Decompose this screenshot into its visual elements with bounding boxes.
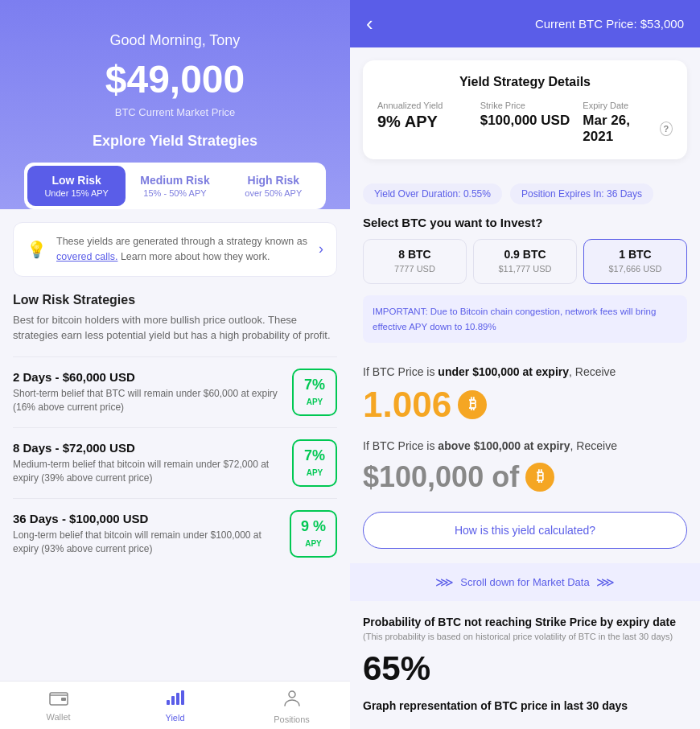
arrow-right-icon[interactable]: ›: [319, 241, 323, 257]
svg-rect-2: [167, 700, 170, 705]
svg-rect-1: [61, 698, 66, 701]
lightbulb-icon: 💡: [27, 240, 47, 259]
invest-title: Select BTC you want to Invest?: [363, 216, 687, 229]
apy-label-0: APY: [307, 397, 323, 406]
strategy-item-2[interactable]: 36 Days - $100,000 USD Long-term belief …: [13, 498, 337, 569]
btc-option-0[interactable]: 8 BTC 7777 USD: [363, 239, 467, 284]
greeting: Good Morning, Tony: [16, 32, 334, 49]
bottom-nav: Wallet Yield Positions: [0, 681, 350, 729]
apy-value-1: 7%: [303, 447, 326, 464]
btc-option-2[interactable]: 1 BTC $17,666 USD: [583, 239, 687, 284]
probability-value: 65%: [363, 649, 687, 688]
btc-logo-icon-1: ₿: [458, 390, 487, 419]
how-calculated-button[interactable]: How is this yield calculated?: [363, 512, 687, 549]
right-header: ‹ Current BTC Price: $53,000: [350, 0, 700, 47]
left-header: Good Morning, Tony $49,000 BTC Current M…: [0, 0, 350, 209]
risk-tab-medium[interactable]: Medium Risk 15% - 50% APY: [126, 166, 224, 206]
btc-price: $49,000: [16, 57, 334, 101]
receive-text-2: If BTC Price is above $100,000 at expiry…: [363, 439, 687, 452]
metric-value-0: 9% APY: [377, 113, 467, 131]
current-price: Current BTC Price: $53,000: [535, 17, 684, 31]
graph-title: Graph representation of BTC price in las…: [363, 699, 687, 712]
strategy-desc-1: Medium-term belief that bitcoin will rem…: [13, 458, 282, 485]
svg-point-6: [289, 691, 295, 698]
right-panel: ‹ Current BTC Price: $53,000 Yield Strat…: [350, 0, 700, 729]
metric-annualized-yield: Annualized Yield 9% APY: [377, 101, 467, 145]
strategy-info-1: 8 Days - $72,000 USD Medium-term belief …: [13, 441, 282, 485]
left-panel: Good Morning, Tony $49,000 BTC Current M…: [0, 0, 350, 729]
probability-sub: (This probability is based on historical…: [363, 632, 687, 641]
explore-title: Explore Yield Strategies: [16, 133, 334, 150]
btc-logo-icon-2: ₿: [525, 463, 554, 492]
important-text: IMPORTANT: Due to Bitcoin chain congesti…: [373, 307, 656, 332]
btc-amount-2: 1 BTC: [591, 248, 680, 261]
btc-label: BTC Current Market Price: [16, 106, 334, 118]
yield-metrics: Annualized Yield 9% APY Strike Price $10…: [377, 101, 673, 145]
nav-wallet[interactable]: Wallet: [0, 690, 117, 724]
btc-amount-0: 8 BTC: [370, 248, 459, 261]
svg-rect-4: [176, 693, 179, 705]
risk-tab-high[interactable]: High Risk over 50% APY: [224, 166, 323, 206]
important-box: IMPORTANT: Due to Bitcoin chain congesti…: [363, 295, 687, 343]
yield-card-title: Yield Strategy Details: [377, 75, 673, 89]
btc-usd-2: $17,666 USD: [608, 264, 661, 274]
strategies-desc: Best for bitcoin holders with more bulli…: [13, 312, 337, 344]
nav-yield-label: Yield: [117, 713, 233, 723]
receive-text-1: If BTC Price is under $100,000 at expiry…: [363, 365, 687, 378]
strategy-item-1[interactable]: 8 Days - $72,000 USD Medium-term belief …: [13, 427, 337, 498]
metric-expiry-date: Expiry Date Mar 26, 2021 ?: [583, 101, 673, 145]
receive-amount-2: $100,000 of ₿: [363, 460, 687, 494]
strategy-desc-2: Long-term belief that bitcoin will remai…: [13, 529, 280, 556]
probability-section: Probability of BTC not reaching Strike P…: [350, 616, 700, 725]
strategy-title-0: 2 Days - $60,000 USD: [13, 370, 282, 384]
receive-amount-1: 1.006 ₿: [363, 385, 687, 425]
metric-strike-price: Strike Price $100,000 USD: [480, 101, 570, 145]
risk-tabs: Low Risk Under 15% APY Medium Risk 15% -…: [24, 163, 326, 209]
probability-title: Probability of BTC not reaching Strike P…: [363, 616, 687, 628]
strategies-title: Low Risk Strategies: [13, 293, 337, 307]
risk-tab-low[interactable]: Low Risk Under 15% APY: [27, 166, 126, 206]
nav-positions-label: Positions: [233, 715, 350, 724]
strategy-title-1: 8 Days - $72,000 USD: [13, 441, 282, 455]
strategy-title-2: 36 Days - $100,000 USD: [13, 512, 280, 525]
metric-value-2: Mar 26, 2021 ?: [583, 113, 673, 145]
info-icon-circle[interactable]: ?: [660, 122, 673, 136]
apy-label-2: APY: [305, 539, 322, 548]
btc-usd-0: 7777 USD: [394, 264, 435, 274]
covered-calls-link[interactable]: covered calls.: [56, 251, 117, 262]
metric-label-2: Expiry Date: [583, 101, 673, 110]
nav-positions[interactable]: Positions: [233, 690, 350, 724]
yield-icon: [117, 690, 233, 710]
scroll-down-icon-left: ⋙: [435, 575, 454, 590]
info-box: 💡 These yields are generated through a s…: [13, 222, 337, 277]
positions-icon: [233, 690, 350, 712]
left-body: 💡 These yields are generated through a s…: [0, 209, 350, 729]
metric-label-1: Strike Price: [480, 101, 570, 110]
apy-badge-0: 7% APY: [292, 369, 337, 416]
apy-badge-1: 7% APY: [292, 439, 337, 487]
apy-label-1: APY: [307, 468, 323, 477]
scroll-hint: ⋙ Scroll down for Market Data ⋙: [350, 563, 700, 601]
metric-label-0: Annualized Yield: [377, 101, 467, 110]
metric-value-1: $100,000 USD: [480, 113, 570, 129]
svg-rect-3: [171, 696, 175, 705]
nav-yield[interactable]: Yield: [117, 690, 233, 724]
receive-section-1: If BTC Price is under $100,000 at expiry…: [350, 365, 700, 512]
btc-amount-1: 0.9 BTC: [480, 248, 570, 261]
yield-strategy-card: Yield Strategy Details Annualized Yield …: [363, 60, 687, 159]
strategy-item-0[interactable]: 2 Days - $60,000 USD Short-term belief t…: [13, 356, 337, 427]
btc-option-1[interactable]: 0.9 BTC $11,777 USD: [473, 239, 577, 284]
strategy-desc-0: Short-term belief that BTC will remain u…: [13, 387, 282, 414]
btc-options: 8 BTC 7777 USD 0.9 BTC $11,777 USD 1 BTC…: [363, 239, 687, 284]
apy-value-2: 9 %: [301, 518, 326, 535]
back-button[interactable]: ‹: [366, 11, 373, 36]
svg-rect-5: [181, 690, 184, 705]
strategy-info-2: 36 Days - $100,000 USD Long-term belief …: [13, 512, 280, 556]
apy-badge-2: 9 % APY: [290, 510, 337, 558]
info-text: These yields are generated through a str…: [56, 234, 309, 265]
yield-badge-0: Yield Over Duration: 0.55%: [363, 183, 502, 204]
nav-wallet-label: Wallet: [0, 712, 117, 722]
invest-section: Select BTC you want to Invest? 8 BTC 777…: [350, 204, 700, 365]
yield-badge-1: Position Expires In: 36 Days: [510, 183, 653, 204]
strategy-info-0: 2 Days - $60,000 USD Short-term belief t…: [13, 370, 282, 414]
